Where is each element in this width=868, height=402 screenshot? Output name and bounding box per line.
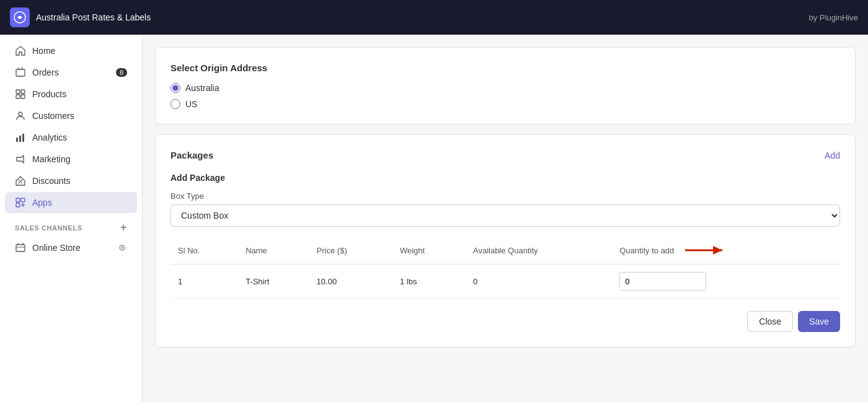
orders-icon [15,67,26,78]
box-type-label: Box Type [170,191,840,201]
sidebar-item-home[interactable]: Home [5,40,137,61]
packages-title: Packages [170,150,213,160]
sidebar-item-analytics[interactable]: Analytics [5,127,137,148]
cell-available-qty: 0 [466,264,612,299]
svg-point-11 [21,182,22,183]
sidebar-home-label: Home [32,46,55,56]
svg-rect-3 [21,90,25,94]
radio-us[interactable]: US [170,99,840,109]
svg-rect-8 [19,136,21,142]
quantity-input-wrapper: ▲ ▼ [619,272,706,291]
packages-card: Packages Add Add Package Box Type Custom… [155,134,856,347]
sidebar-item-online-store[interactable]: Online Store [5,237,137,258]
col-quantity-to-add: Quantity to add [612,237,840,264]
sidebar-apps-label: Apps [32,198,52,208]
table-header-row: Sl No. Name Price ($) Weight Available Q [170,237,840,264]
origin-address-title: Select Origin Address [170,63,840,73]
add-package-link[interactable]: Add [825,151,840,160]
main-content: Select Origin Address Australia US Packa… [143,35,868,402]
sidebar-customers-label: Customers [32,111,74,121]
sidebar-orders-label: Orders [32,68,59,77]
svg-point-21 [122,247,123,249]
sales-channels-label: SALES CHANNELS [15,224,82,232]
sidebar-item-apps[interactable]: Apps [5,192,137,213]
packages-header: Packages Add [170,150,840,160]
radio-us-label: US [185,99,197,109]
close-button[interactable]: Close [747,311,793,332]
sidebar-item-products[interactable]: Products [5,84,137,105]
col-available-qty: Available Quantity [466,237,612,264]
home-icon [15,45,26,56]
marketing-icon [15,154,26,165]
sidebar: Home Orders 8 Products [0,35,143,402]
svg-rect-13 [16,198,20,202]
svg-point-10 [19,180,20,181]
sidebar-analytics-label: Analytics [32,133,67,142]
top-bar: Australia Post Rates & Labels by PluginH… [0,0,868,35]
sidebar-item-discounts[interactable]: Discounts [5,170,137,191]
col-price: Price ($) [309,237,392,264]
sidebar-products-label: Products [32,89,66,99]
svg-rect-18 [16,245,25,251]
svg-rect-15 [16,203,20,207]
orders-badge: 8 [116,68,127,77]
package-table: Sl No. Name Price ($) Weight Available Q [170,237,840,299]
svg-point-6 [19,112,22,116]
sidebar-item-marketing[interactable]: Marketing [5,149,137,170]
svg-rect-14 [21,198,25,202]
cell-quantity-to-add: ▲ ▼ [612,264,840,299]
svg-rect-1 [16,69,25,76]
app-title: Australia Post Rates & Labels [36,12,151,22]
origin-address-card: Select Origin Address Australia US [155,47,856,125]
svg-marker-23 [713,246,722,255]
cell-weight: 1 lbs [392,264,466,299]
cell-sl-no: 1 [170,264,238,299]
svg-rect-2 [16,90,20,94]
radio-us-input[interactable] [170,99,180,109]
col-weight: Weight [392,237,466,264]
table-header: Sl No. Name Price ($) Weight Available Q [170,237,840,264]
app-icon [10,7,30,27]
quantity-to-add-input[interactable] [620,273,706,290]
online-store-label: Online Store [32,243,81,253]
table-row: 1 T-Shirt 10.00 1 lbs 0 ▲ ▼ [170,264,840,299]
svg-rect-4 [16,95,20,98]
svg-rect-7 [16,138,18,142]
radio-australia-input[interactable] [170,83,180,93]
discounts-icon [15,175,26,186]
add-sales-channel-icon[interactable]: + [120,221,127,234]
arrow-annotation-icon [679,242,728,259]
origin-radio-group: Australia US [170,83,840,109]
sidebar-discounts-label: Discounts [32,176,70,186]
online-store-icon [15,242,26,253]
by-label: by PluginHive [809,13,859,22]
online-store-view-icon[interactable] [117,243,127,253]
products-icon [15,89,26,100]
sidebar-item-orders[interactable]: Orders 8 [5,62,137,83]
radio-australia[interactable]: Australia [170,83,840,93]
svg-rect-5 [21,95,25,98]
add-package-subtitle: Add Package [170,173,840,183]
customers-icon [15,110,26,121]
col-name: Name [238,237,309,264]
sidebar-item-customers[interactable]: Customers [5,105,137,126]
table-body: 1 T-Shirt 10.00 1 lbs 0 ▲ ▼ [170,264,840,299]
sales-channels-section: SALES CHANNELS + [0,214,142,237]
box-type-select[interactable]: Custom Box [170,204,840,227]
analytics-icon [15,132,26,143]
cell-price: 10.00 [309,264,392,299]
svg-rect-9 [22,134,24,142]
action-buttons: Close Save [170,311,840,332]
sidebar-marketing-label: Marketing [32,154,70,164]
save-button[interactable]: Save [798,311,840,332]
radio-australia-label: Australia [185,83,219,93]
col-sl-no: Sl No. [170,237,238,264]
cell-name: T-Shirt [238,264,309,299]
apps-icon [15,197,26,208]
